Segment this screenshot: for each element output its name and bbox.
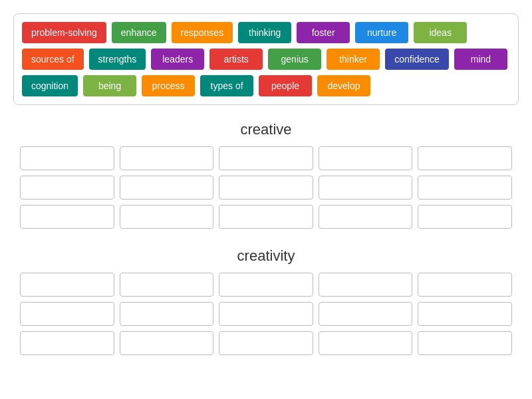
- drop-cell-creative-5[interactable]: [20, 176, 114, 200]
- drop-cell-creativity-5[interactable]: [20, 302, 114, 326]
- word-tile-nurture[interactable]: nurture: [355, 22, 408, 43]
- word-tile-enhance[interactable]: enhance: [112, 22, 166, 43]
- drop-cell-creative-1[interactable]: [120, 146, 214, 170]
- drop-cell-creative-13[interactable]: [319, 205, 413, 229]
- drop-zone-creativity: [13, 273, 519, 355]
- word-tile-problem-solving[interactable]: problem-solving: [22, 22, 106, 43]
- drop-cell-creativity-12[interactable]: [219, 331, 313, 355]
- drop-cell-creativity-9[interactable]: [418, 302, 512, 326]
- drop-zone-creative: [13, 146, 519, 229]
- drop-cell-creative-9[interactable]: [418, 176, 512, 200]
- drop-cell-creativity-4[interactable]: [418, 273, 512, 297]
- drop-cell-creativity-1[interactable]: [120, 273, 214, 297]
- drop-cell-creative-10[interactable]: [20, 205, 114, 229]
- drop-cell-creativity-6[interactable]: [120, 302, 214, 326]
- drop-cell-creativity-8[interactable]: [319, 302, 413, 326]
- drop-cell-creativity-0[interactable]: [20, 273, 114, 297]
- drop-cell-creative-4[interactable]: [418, 146, 512, 170]
- sections-container: creativecreativity: [13, 121, 519, 355]
- word-tile-process[interactable]: process: [142, 75, 195, 96]
- word-bank: problem-solvingenhanceresponsesthinkingf…: [13, 13, 519, 105]
- word-tile-confidence[interactable]: confidence: [385, 49, 449, 70]
- word-tile-being[interactable]: being: [83, 75, 136, 96]
- word-tile-cognition[interactable]: cognition: [22, 75, 78, 96]
- word-tile-genius[interactable]: genius: [268, 49, 321, 70]
- drop-cell-creative-7[interactable]: [219, 176, 313, 200]
- drop-cell-creative-14[interactable]: [418, 205, 512, 229]
- drop-cell-creativity-10[interactable]: [20, 331, 114, 355]
- drop-cell-creativity-2[interactable]: [219, 273, 313, 297]
- drop-cell-creative-3[interactable]: [319, 146, 413, 170]
- word-tile-sources-of[interactable]: sources of: [22, 49, 84, 70]
- word-tile-thinking[interactable]: thinking: [238, 22, 291, 43]
- word-tile-types-of[interactable]: types of: [200, 75, 253, 96]
- section-title-creative: creative: [13, 121, 519, 138]
- drop-cell-creativity-13[interactable]: [319, 331, 413, 355]
- word-tile-responses[interactable]: responses: [172, 22, 233, 43]
- word-tile-mind[interactable]: mind: [454, 49, 507, 70]
- word-tile-develop[interactable]: develop: [317, 75, 370, 96]
- word-tile-people[interactable]: people: [259, 75, 312, 96]
- word-tile-foster[interactable]: foster: [297, 22, 350, 43]
- drop-cell-creative-11[interactable]: [120, 205, 214, 229]
- drop-cell-creativity-3[interactable]: [319, 273, 413, 297]
- drop-cell-creativity-11[interactable]: [120, 331, 214, 355]
- drop-cell-creative-8[interactable]: [319, 176, 413, 200]
- word-tile-leaders[interactable]: leaders: [151, 49, 204, 70]
- drop-cell-creative-2[interactable]: [219, 146, 313, 170]
- drop-cell-creativity-7[interactable]: [219, 302, 313, 326]
- word-tile-thinker[interactable]: thinker: [327, 49, 380, 70]
- section-title-creativity: creativity: [13, 247, 519, 265]
- drop-cell-creativity-14[interactable]: [418, 331, 512, 355]
- drop-cell-creative-12[interactable]: [219, 205, 313, 229]
- drop-cell-creative-0[interactable]: [20, 146, 114, 170]
- word-tile-artists[interactable]: artists: [209, 49, 263, 70]
- word-tile-ideas[interactable]: ideas: [414, 22, 467, 43]
- drop-cell-creative-6[interactable]: [120, 176, 214, 200]
- word-tile-strengths[interactable]: strengths: [89, 49, 146, 70]
